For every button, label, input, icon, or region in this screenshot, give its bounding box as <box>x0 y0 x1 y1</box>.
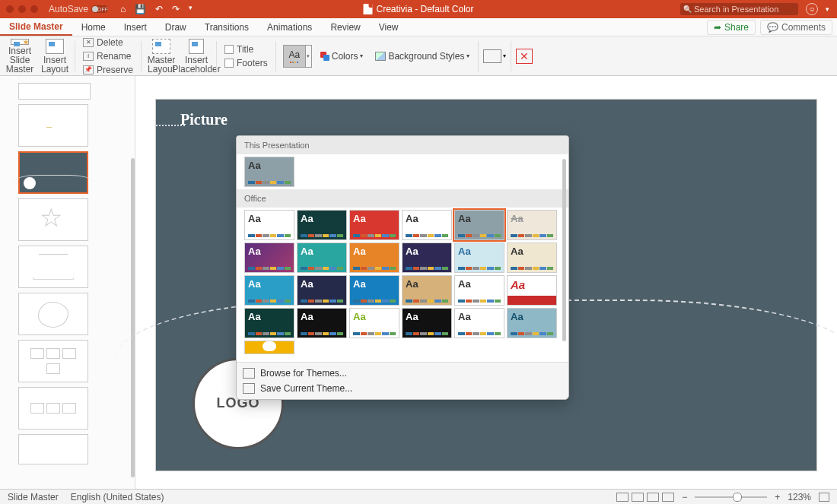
undo-icon[interactable]: ↶ <box>155 4 163 14</box>
ribbon-tabs: Slide MasterHomeInsertDrawTransitionsAni… <box>0 18 837 36</box>
status-bar: Slide Master English (United States) − +… <box>0 489 837 504</box>
zoom-value[interactable]: 123% <box>788 492 811 502</box>
thumbnail-scrollbar[interactable] <box>131 158 135 477</box>
theme-card[interactable]: Aa <box>349 242 399 273</box>
insert-slide-master-button[interactable]: ✶Insert Slide Master <box>5 39 35 74</box>
delete-button[interactable]: ✕Delete <box>80 36 136 49</box>
theme-card[interactable]: Aa <box>244 275 294 306</box>
themes-scrollbar[interactable] <box>562 159 566 341</box>
section-this-presentation: This Presentation <box>237 136 568 154</box>
theme-card[interactable]: Aa <box>244 242 294 273</box>
thumb-layout-8[interactable] <box>18 434 88 464</box>
view-switcher[interactable] <box>616 493 674 502</box>
zoom-slider[interactable] <box>695 496 767 498</box>
thumb-layout-4[interactable] <box>18 246 88 288</box>
quick-toolbar: ⌂ 💾 ↶ ↷ ▾ <box>120 4 193 14</box>
autosave-status: OFF <box>97 7 108 12</box>
zoom-out-button[interactable]: − <box>682 492 687 502</box>
theme-card[interactable]: Aa <box>507 308 557 338</box>
theme-card[interactable]: Aa <box>507 242 557 273</box>
autosave-label: AutoSave <box>49 4 88 14</box>
theme-card[interactable]: Aa <box>297 210 347 240</box>
tab-home[interactable]: Home <box>72 18 115 36</box>
footers-checkbox[interactable]: Footers <box>221 57 271 69</box>
status-mode: Slide Master <box>8 492 59 502</box>
rename-button[interactable]: IRename <box>80 50 136 62</box>
presentation-icon <box>363 4 372 14</box>
share-button[interactable]: ➦Share <box>707 20 756 35</box>
tab-review[interactable]: Review <box>321 18 369 36</box>
tab-view[interactable]: View <box>370 18 408 36</box>
theme-card[interactable]: Aa <box>349 275 399 306</box>
theme-card[interactable]: Aa <box>454 275 504 306</box>
insert-placeholder-button[interactable]: Insert Placeholder <box>181 39 212 74</box>
theme-card[interactable] <box>244 341 294 354</box>
slide-thumbnails[interactable]: — <box>0 76 135 489</box>
themes-dropdown-panel: This Presentation Aa Office Aa Aa Aa Aa … <box>236 135 569 400</box>
tab-animations[interactable]: Animations <box>258 18 321 36</box>
theme-card[interactable]: Aa <box>297 275 347 306</box>
thumb-master[interactable] <box>18 83 91 100</box>
account-icon[interactable]: ☺ <box>806 3 818 15</box>
theme-current[interactable]: Aa <box>244 157 294 187</box>
status-language[interactable]: English (United States) <box>71 492 164 502</box>
slide-size-button[interactable] <box>483 49 501 63</box>
theme-card[interactable]: Aa <box>297 242 347 273</box>
folder-icon <box>243 368 255 379</box>
redo-icon[interactable]: ↷ <box>172 4 180 14</box>
save-icon <box>243 383 255 394</box>
theme-card[interactable]: Aa <box>244 210 294 240</box>
thumb-layout-3[interactable] <box>18 198 88 241</box>
background-styles-button[interactable]: Background Styles▾ <box>371 49 473 63</box>
ribbon: ✶Insert Slide Master Insert Layout ✕Dele… <box>0 36 837 76</box>
theme-card[interactable]: Aa <box>402 210 452 240</box>
thumb-layout-2-active[interactable] <box>18 151 88 194</box>
thumb-layout-1[interactable]: — <box>18 104 88 147</box>
thumb-layout-5[interactable] <box>18 293 88 335</box>
home-icon[interactable]: ⌂ <box>120 4 126 14</box>
title-bar: AutoSave OFF ⌂ 💾 ↶ ↷ ▾ Creativia - Defau… <box>0 0 837 18</box>
zoom-in-button[interactable]: + <box>775 492 780 502</box>
window-controls[interactable] <box>6 5 38 13</box>
close-master-button[interactable]: ✕ <box>516 49 533 64</box>
save-icon[interactable]: 💾 <box>135 4 146 14</box>
theme-card[interactable]: Aa <box>507 210 557 240</box>
document-title: Creativia - Default Color <box>363 4 473 14</box>
theme-card[interactable]: Aa <box>244 308 294 338</box>
tab-draw[interactable]: Draw <box>156 18 196 36</box>
colors-button[interactable]: Colors▾ <box>317 49 368 63</box>
thumb-layout-6[interactable] <box>18 340 88 382</box>
theme-card[interactable]: Aa <box>402 275 452 306</box>
search-input[interactable]: Search in Presentation <box>680 3 798 15</box>
fit-window-icon[interactable] <box>819 493 829 502</box>
title-checkbox[interactable]: Title <box>221 43 271 55</box>
save-theme-button[interactable]: Save Current Theme... <box>241 381 564 396</box>
autosave-toggle[interactable]: AutoSave OFF <box>49 4 108 14</box>
theme-card[interactable]: Aa <box>349 308 399 338</box>
tab-insert[interactable]: Insert <box>115 18 156 36</box>
theme-card[interactable]: Aa <box>454 242 504 273</box>
tab-slide-master[interactable]: Slide Master <box>0 18 72 36</box>
theme-card[interactable]: Aa <box>402 242 452 273</box>
themes-button[interactable]: Aa <box>283 45 306 68</box>
theme-card[interactable]: Aa <box>402 308 452 338</box>
tab-transitions[interactable]: Transitions <box>196 18 258 36</box>
themes-dropdown-arrow[interactable]: ▾ <box>306 45 312 68</box>
comments-button[interactable]: 💬Comments <box>760 20 832 35</box>
theme-card[interactable]: Aa <box>297 308 347 338</box>
chevron-down-icon[interactable]: ▾ <box>826 5 829 13</box>
preserve-button[interactable]: 📌Preserve <box>80 64 136 76</box>
insert-layout-button[interactable]: Insert Layout <box>40 39 70 74</box>
theme-card[interactable]: Aa <box>349 210 399 240</box>
thumb-layout-7[interactable] <box>18 387 88 430</box>
workspace: — Picture LOGO This Presentation Aa Offi… <box>0 76 837 489</box>
browse-themes-button[interactable]: Browse for Themes... <box>241 366 564 381</box>
theme-card[interactable]: Aa <box>507 275 557 306</box>
section-office: Office <box>237 189 568 208</box>
theme-card[interactable]: Aa <box>454 308 504 338</box>
chevron-down-icon[interactable]: ▾ <box>189 4 193 14</box>
theme-card-selected[interactable]: Aa <box>454 210 504 240</box>
